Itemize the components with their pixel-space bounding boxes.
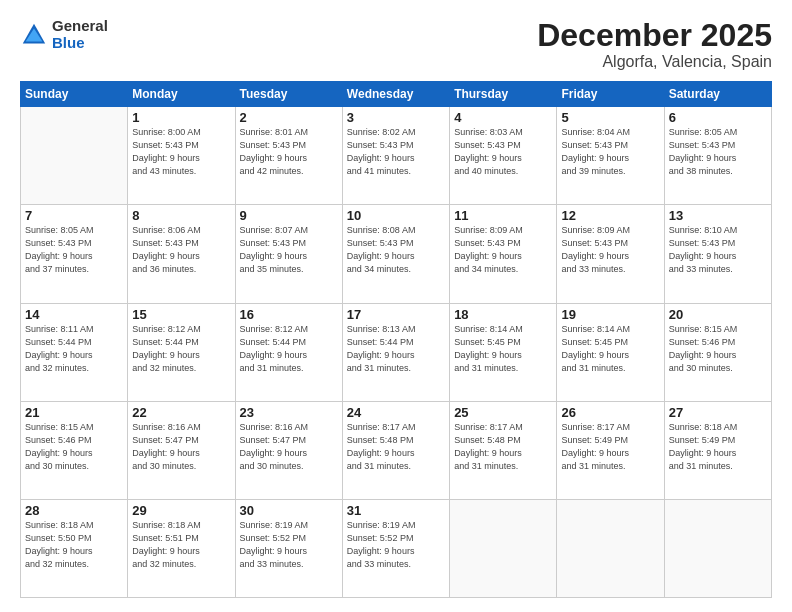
table-row: 17Sunrise: 8:13 AMSunset: 5:44 PMDayligh… — [342, 303, 449, 401]
day-info: Sunrise: 8:12 AMSunset: 5:44 PMDaylight:… — [132, 323, 230, 375]
calendar-week-row: 14Sunrise: 8:11 AMSunset: 5:44 PMDayligh… — [21, 303, 772, 401]
table-row: 22Sunrise: 8:16 AMSunset: 5:47 PMDayligh… — [128, 401, 235, 499]
header-monday: Monday — [128, 82, 235, 107]
header-wednesday: Wednesday — [342, 82, 449, 107]
day-number: 2 — [240, 110, 338, 125]
calendar-week-row: 7Sunrise: 8:05 AMSunset: 5:43 PMDaylight… — [21, 205, 772, 303]
table-row: 6Sunrise: 8:05 AMSunset: 5:43 PMDaylight… — [664, 107, 771, 205]
day-info: Sunrise: 8:13 AMSunset: 5:44 PMDaylight:… — [347, 323, 445, 375]
day-info: Sunrise: 8:05 AMSunset: 5:43 PMDaylight:… — [25, 224, 123, 276]
day-number: 16 — [240, 307, 338, 322]
table-row: 27Sunrise: 8:18 AMSunset: 5:49 PMDayligh… — [664, 401, 771, 499]
table-row: 15Sunrise: 8:12 AMSunset: 5:44 PMDayligh… — [128, 303, 235, 401]
day-info: Sunrise: 8:18 AMSunset: 5:51 PMDaylight:… — [132, 519, 230, 571]
calendar-table: Sunday Monday Tuesday Wednesday Thursday… — [20, 81, 772, 598]
calendar-title: December 2025 — [537, 18, 772, 53]
day-number: 1 — [132, 110, 230, 125]
day-info: Sunrise: 8:15 AMSunset: 5:46 PMDaylight:… — [669, 323, 767, 375]
day-info: Sunrise: 8:01 AMSunset: 5:43 PMDaylight:… — [240, 126, 338, 178]
day-number: 13 — [669, 208, 767, 223]
table-row: 11Sunrise: 8:09 AMSunset: 5:43 PMDayligh… — [450, 205, 557, 303]
day-info: Sunrise: 8:14 AMSunset: 5:45 PMDaylight:… — [561, 323, 659, 375]
header-sunday: Sunday — [21, 82, 128, 107]
day-number: 17 — [347, 307, 445, 322]
day-info: Sunrise: 8:19 AMSunset: 5:52 PMDaylight:… — [240, 519, 338, 571]
day-number: 30 — [240, 503, 338, 518]
day-number: 27 — [669, 405, 767, 420]
day-number: 29 — [132, 503, 230, 518]
day-info: Sunrise: 8:11 AMSunset: 5:44 PMDaylight:… — [25, 323, 123, 375]
day-number: 23 — [240, 405, 338, 420]
day-number: 24 — [347, 405, 445, 420]
day-number: 8 — [132, 208, 230, 223]
day-info: Sunrise: 8:05 AMSunset: 5:43 PMDaylight:… — [669, 126, 767, 178]
day-number: 21 — [25, 405, 123, 420]
header-tuesday: Tuesday — [235, 82, 342, 107]
table-row — [557, 499, 664, 597]
day-number: 20 — [669, 307, 767, 322]
table-row: 19Sunrise: 8:14 AMSunset: 5:45 PMDayligh… — [557, 303, 664, 401]
logo-text: General Blue — [52, 18, 108, 51]
day-number: 11 — [454, 208, 552, 223]
day-info: Sunrise: 8:18 AMSunset: 5:49 PMDaylight:… — [669, 421, 767, 473]
day-number: 7 — [25, 208, 123, 223]
logo-icon — [20, 21, 48, 49]
table-row: 7Sunrise: 8:05 AMSunset: 5:43 PMDaylight… — [21, 205, 128, 303]
calendar-week-row: 1Sunrise: 8:00 AMSunset: 5:43 PMDaylight… — [21, 107, 772, 205]
table-row: 21Sunrise: 8:15 AMSunset: 5:46 PMDayligh… — [21, 401, 128, 499]
day-number: 25 — [454, 405, 552, 420]
weekday-header-row: Sunday Monday Tuesday Wednesday Thursday… — [21, 82, 772, 107]
header: General Blue December 2025 Algorfa, Vale… — [20, 18, 772, 71]
day-info: Sunrise: 8:18 AMSunset: 5:50 PMDaylight:… — [25, 519, 123, 571]
day-number: 18 — [454, 307, 552, 322]
table-row: 2Sunrise: 8:01 AMSunset: 5:43 PMDaylight… — [235, 107, 342, 205]
day-info: Sunrise: 8:17 AMSunset: 5:48 PMDaylight:… — [454, 421, 552, 473]
table-row: 30Sunrise: 8:19 AMSunset: 5:52 PMDayligh… — [235, 499, 342, 597]
day-number: 14 — [25, 307, 123, 322]
table-row: 29Sunrise: 8:18 AMSunset: 5:51 PMDayligh… — [128, 499, 235, 597]
table-row: 20Sunrise: 8:15 AMSunset: 5:46 PMDayligh… — [664, 303, 771, 401]
table-row — [664, 499, 771, 597]
day-number: 5 — [561, 110, 659, 125]
day-info: Sunrise: 8:09 AMSunset: 5:43 PMDaylight:… — [454, 224, 552, 276]
day-info: Sunrise: 8:19 AMSunset: 5:52 PMDaylight:… — [347, 519, 445, 571]
day-info: Sunrise: 8:10 AMSunset: 5:43 PMDaylight:… — [669, 224, 767, 276]
title-block: December 2025 Algorfa, Valencia, Spain — [537, 18, 772, 71]
calendar-subtitle: Algorfa, Valencia, Spain — [537, 53, 772, 71]
logo-blue-text: Blue — [52, 35, 108, 52]
day-number: 9 — [240, 208, 338, 223]
header-thursday: Thursday — [450, 82, 557, 107]
table-row: 25Sunrise: 8:17 AMSunset: 5:48 PMDayligh… — [450, 401, 557, 499]
day-info: Sunrise: 8:03 AMSunset: 5:43 PMDaylight:… — [454, 126, 552, 178]
logo-general-text: General — [52, 18, 108, 35]
table-row: 3Sunrise: 8:02 AMSunset: 5:43 PMDaylight… — [342, 107, 449, 205]
day-number: 12 — [561, 208, 659, 223]
day-info: Sunrise: 8:02 AMSunset: 5:43 PMDaylight:… — [347, 126, 445, 178]
day-info: Sunrise: 8:07 AMSunset: 5:43 PMDaylight:… — [240, 224, 338, 276]
day-info: Sunrise: 8:04 AMSunset: 5:43 PMDaylight:… — [561, 126, 659, 178]
day-info: Sunrise: 8:15 AMSunset: 5:46 PMDaylight:… — [25, 421, 123, 473]
table-row: 14Sunrise: 8:11 AMSunset: 5:44 PMDayligh… — [21, 303, 128, 401]
day-number: 15 — [132, 307, 230, 322]
table-row: 24Sunrise: 8:17 AMSunset: 5:48 PMDayligh… — [342, 401, 449, 499]
day-number: 6 — [669, 110, 767, 125]
table-row: 23Sunrise: 8:16 AMSunset: 5:47 PMDayligh… — [235, 401, 342, 499]
table-row: 26Sunrise: 8:17 AMSunset: 5:49 PMDayligh… — [557, 401, 664, 499]
table-row: 4Sunrise: 8:03 AMSunset: 5:43 PMDaylight… — [450, 107, 557, 205]
day-info: Sunrise: 8:14 AMSunset: 5:45 PMDaylight:… — [454, 323, 552, 375]
day-number: 28 — [25, 503, 123, 518]
table-row: 31Sunrise: 8:19 AMSunset: 5:52 PMDayligh… — [342, 499, 449, 597]
table-row — [450, 499, 557, 597]
header-saturday: Saturday — [664, 82, 771, 107]
logo: General Blue — [20, 18, 108, 51]
day-info: Sunrise: 8:06 AMSunset: 5:43 PMDaylight:… — [132, 224, 230, 276]
day-number: 31 — [347, 503, 445, 518]
day-info: Sunrise: 8:09 AMSunset: 5:43 PMDaylight:… — [561, 224, 659, 276]
table-row: 9Sunrise: 8:07 AMSunset: 5:43 PMDaylight… — [235, 205, 342, 303]
day-number: 4 — [454, 110, 552, 125]
calendar-week-row: 28Sunrise: 8:18 AMSunset: 5:50 PMDayligh… — [21, 499, 772, 597]
table-row: 5Sunrise: 8:04 AMSunset: 5:43 PMDaylight… — [557, 107, 664, 205]
day-info: Sunrise: 8:16 AMSunset: 5:47 PMDaylight:… — [132, 421, 230, 473]
table-row — [21, 107, 128, 205]
day-info: Sunrise: 8:17 AMSunset: 5:49 PMDaylight:… — [561, 421, 659, 473]
